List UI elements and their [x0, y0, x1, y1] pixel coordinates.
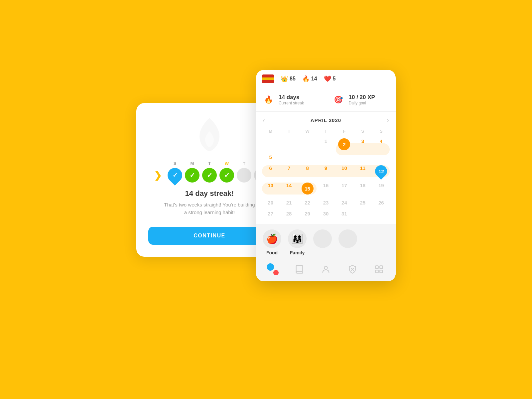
cal-cell-11: 11	[353, 163, 372, 179]
svg-rect-5	[376, 270, 378, 273]
day-col-w: W ✓	[219, 161, 234, 183]
family-label: Family	[290, 250, 305, 255]
cal-cell-empty-5	[372, 209, 390, 218]
crown-stat: 👑 85	[281, 75, 296, 82]
cal-cell-22: 22	[298, 198, 317, 207]
cal-cell-15: 15	[298, 181, 317, 197]
family-icon: 👨‍👩‍👧	[288, 229, 307, 248]
characters-nav-icon[interactable]	[318, 261, 334, 277]
cal-cell-10: 10	[335, 163, 353, 179]
cal-cell-31: 31	[335, 209, 353, 218]
bottom-nav-icons	[256, 259, 396, 280]
cal-cell-empty-4	[353, 209, 372, 218]
day-label-m: M	[191, 161, 194, 166]
today-circle-2: 2	[338, 138, 350, 150]
cal-week-5: 27 28 29 30 31	[261, 209, 390, 218]
day-arrow: ❯	[150, 168, 165, 183]
cal-cell-6: 6	[261, 163, 280, 179]
cal-week-4: 20 21 22 23 24 25 26	[261, 198, 390, 207]
day-label-w: W	[225, 161, 229, 166]
day-label-t1: T	[208, 161, 211, 166]
cal-cell-empty-3	[298, 136, 317, 152]
svg-rect-3	[376, 266, 378, 269]
today-circle-15: 15	[302, 183, 314, 195]
cal-cell-14: 14	[280, 181, 298, 197]
cal-cell-23: 23	[317, 198, 335, 207]
lessons-nav-icon[interactable]	[291, 261, 307, 277]
cal-cell-3: 3	[353, 136, 372, 152]
marker-circle-12: 12	[373, 163, 390, 180]
cal-cell-27: 27	[261, 209, 280, 218]
shield-nav-icon[interactable]	[344, 261, 360, 277]
goal-value: 10 / 20 XP	[349, 94, 375, 101]
cal-cell-25: 25	[353, 198, 372, 207]
day-header-t1: T	[280, 127, 298, 135]
streak-icon: 🔥	[262, 93, 275, 106]
calendar-card: 👑 85 🔥 14 ❤️ 5 🔥 14 days Current streak	[256, 70, 396, 281]
day-check-s1: ✓	[165, 165, 185, 186]
cal-cell-13: 13	[261, 181, 280, 197]
book-icon	[295, 265, 304, 274]
day-check-t2	[237, 168, 251, 183]
duo-home-icon[interactable]	[265, 261, 281, 277]
cal-week-3: 13 14 15 16 17 18 19	[261, 181, 390, 197]
cal-cell-19: 19	[372, 181, 390, 197]
streak-title: 14 day streak!	[148, 189, 271, 198]
cal-cell-empty-1	[261, 136, 280, 152]
store-nav-icon[interactable]	[371, 261, 387, 277]
cal-cell-12: 12	[372, 163, 390, 179]
spanish-flag-icon	[262, 74, 274, 83]
cal-cell-29: 29	[298, 209, 317, 218]
streak-stat-block: 🔥 14 days Current streak	[256, 88, 326, 111]
continue-button[interactable]: CONTINUE	[148, 227, 271, 245]
lesson-cat-family[interactable]: 👨‍👩‍👧 Family	[288, 229, 307, 255]
food-label: Food	[266, 250, 278, 255]
lesson-cat-food[interactable]: 🍎 Food	[263, 229, 281, 255]
cal-cell-9: 9	[317, 163, 335, 179]
day-header-m: M	[261, 127, 280, 135]
lesson-cat-more-2[interactable]	[338, 229, 357, 255]
calendar-body: 1 2 3 4 5 6 7 8 9 10 11 12	[261, 136, 390, 218]
day-label-s1: S	[174, 161, 177, 166]
hearts-stat: ❤️ 5	[324, 75, 336, 82]
shield-icon	[348, 265, 357, 274]
cal-cell-20: 20	[261, 198, 280, 207]
cal-cell-8: 8	[298, 163, 317, 179]
svg-point-0	[324, 266, 327, 269]
streak-flame-icon	[148, 116, 271, 153]
day-header-w: W	[298, 127, 317, 135]
day-label	[157, 161, 158, 166]
cal-cell-28: 28	[280, 209, 298, 218]
bottom-nav: 🍎 Food 👨‍👩‍👧 Family	[256, 224, 396, 281]
day-check-t1: ✓	[202, 168, 217, 183]
lesson-categories: 🍎 Food 👨‍👩‍👧 Family	[256, 227, 396, 259]
goal-stat-block: 🎯 10 / 20 XP Daily goal	[326, 88, 396, 111]
lesson-cat-more-1[interactable]	[313, 229, 332, 255]
day-col-s1: S ✓	[168, 161, 182, 183]
fire-icon: 🔥	[302, 75, 310, 82]
streak-stat: 🔥 14	[302, 75, 317, 82]
day-col-m: M ✓	[185, 161, 200, 183]
store-icon	[374, 265, 384, 274]
next-month-button[interactable]: ›	[387, 116, 389, 124]
streak-stat-text: 14 days Current streak	[279, 94, 304, 105]
cal-cell-1: 1	[317, 136, 335, 152]
calendar-header: M T W T F S S	[261, 127, 390, 135]
streak-label: Current streak	[279, 101, 304, 105]
top-bar: 👑 85 🔥 14 ❤️ 5	[256, 70, 396, 88]
day-header-f: F	[335, 127, 353, 135]
cal-cell-21: 21	[280, 198, 298, 207]
cal-cell-30: 30	[317, 209, 335, 218]
day-header-s1: S	[353, 127, 372, 135]
goal-icon: 🎯	[332, 93, 345, 106]
cal-cell-26: 26	[372, 198, 390, 207]
day-col-prev: ❯	[150, 161, 165, 183]
cal-week-1: 1 2 3 4 5	[261, 136, 390, 162]
duo-dot-blue	[267, 263, 274, 271]
cal-cell-empty-2	[280, 136, 298, 152]
day-header-t2: T	[317, 127, 335, 135]
prev-month-button[interactable]: ‹	[263, 116, 265, 124]
more-icon-1	[313, 229, 332, 248]
day-header-s2: S	[372, 127, 390, 135]
calendar-nav: ‹ APRIL 2020 ›	[256, 112, 396, 126]
